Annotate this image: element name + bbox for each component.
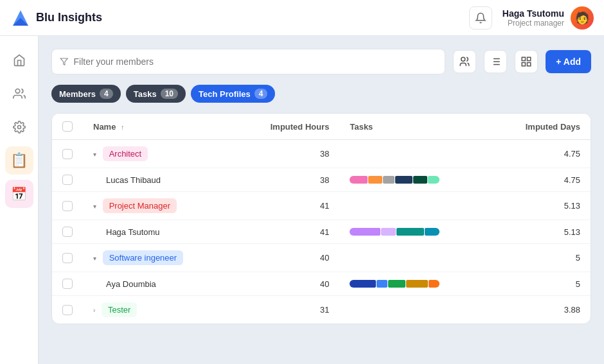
svg-rect-13: [528, 57, 531, 60]
group-name-architect: ▾ Architect: [83, 140, 232, 168]
topbar-right: Haga Tsutomu Project manager 🧑: [469, 6, 594, 30]
notification-bell[interactable]: [469, 6, 492, 30]
app-title: Blu Insights: [36, 11, 102, 24]
sidebar-item-calendar[interactable]: 📅: [5, 180, 33, 208]
bar-seg: [413, 176, 427, 184]
tab-tasks-label: Tasks: [134, 89, 157, 99]
row-checkbox[interactable]: [62, 305, 73, 315]
bar-seg: [368, 176, 382, 184]
role-badge-software: Software ingeneer: [103, 250, 184, 265]
col-name-label: Name: [93, 122, 116, 132]
table-row: Haga Tsutomu 41 5.13: [52, 220, 591, 244]
grid-icon: [520, 56, 532, 67]
grid-view-btn[interactable]: [515, 50, 538, 73]
filter-input[interactable]: [73, 56, 437, 67]
bar-seg: [350, 176, 367, 184]
bar-seg: [383, 176, 395, 184]
tab-tech-profiles[interactable]: Tech Profiles 4: [191, 85, 275, 103]
bar-seg: [428, 176, 440, 184]
logo-area: Blu Insights: [10, 8, 469, 28]
table-row: ▾ Software ingeneer 40 5: [52, 244, 591, 272]
bar-seg: [350, 280, 375, 288]
member-name-lucas: Lucas Thibaud: [83, 168, 232, 192]
col-hours: Imputed Hours: [232, 114, 339, 140]
sort-arrow-icon[interactable]: ↑: [121, 123, 125, 131]
table-row: › Tester 31 3.88: [52, 296, 591, 324]
architect-days: 4.75: [489, 140, 591, 168]
filter-input-wrapper[interactable]: [51, 49, 445, 74]
row-checkbox-col: [52, 140, 83, 168]
svg-rect-15: [522, 63, 525, 66]
pm-hours: 41: [232, 192, 339, 220]
bar-seg: [429, 280, 440, 288]
aya-days: 5: [489, 272, 591, 296]
group-view-btn[interactable]: [453, 50, 476, 73]
chevron-tester[interactable]: ›: [93, 307, 95, 314]
row-checkbox-col: [52, 296, 83, 324]
row-checkbox-col: [52, 220, 83, 244]
bar-seg: [350, 228, 380, 236]
table-row: Lucas Thibaud 38 4: [52, 168, 591, 192]
col-days: Imputed Days: [489, 114, 591, 140]
list-view-btn[interactable]: [484, 50, 507, 73]
table-row: ▾ Architect 38 4.75: [52, 140, 591, 168]
svg-rect-12: [522, 57, 525, 60]
row-checkbox[interactable]: [62, 279, 73, 289]
lucas-hours: 38: [232, 168, 339, 192]
bar-seg: [388, 280, 405, 288]
chevron-software[interactable]: ▾: [93, 255, 96, 262]
tab-tasks[interactable]: Tasks 10: [126, 85, 186, 103]
row-checkbox-col: [52, 272, 83, 296]
software-tasks-bar: [339, 244, 488, 272]
add-button[interactable]: + Add: [546, 50, 591, 73]
svg-point-3: [17, 126, 21, 129]
tab-tasks-count: 10: [161, 89, 178, 99]
architect-hours: 38: [232, 140, 339, 168]
group-icon: [459, 56, 470, 67]
sidebar: 📋 📅: [0, 36, 39, 364]
bar-seg: [425, 228, 440, 236]
chevron-pm[interactable]: ▾: [93, 203, 96, 210]
row-checkbox[interactable]: [62, 149, 73, 159]
lucas-days: 4.75: [489, 168, 591, 192]
software-days: 5: [489, 244, 591, 272]
row-checkbox[interactable]: [62, 201, 73, 211]
row-checkbox-col: [52, 168, 83, 192]
member-name-haga: Haga Tsutomu: [83, 220, 232, 244]
row-checkbox[interactable]: [62, 253, 73, 263]
svg-rect-14: [528, 63, 531, 66]
row-checkbox-col: [52, 244, 83, 272]
tab-members[interactable]: Members 4: [51, 85, 121, 103]
sidebar-item-home[interactable]: [5, 46, 33, 74]
filter-bar: + Add: [51, 49, 591, 74]
sidebar-item-team[interactable]: [5, 80, 33, 108]
architect-tasks-bar: [339, 140, 488, 168]
role-badge-tester: Tester: [102, 302, 137, 317]
tabs-bar: Members 4 Tasks 10 Tech Profiles 4: [51, 85, 591, 103]
haga-hours: 41: [232, 220, 339, 244]
aya-hours: 40: [232, 272, 339, 296]
bar-seg: [406, 280, 427, 288]
col-checkbox: [52, 114, 83, 140]
row-checkbox[interactable]: [62, 227, 73, 237]
topbar: Blu Insights Haga Tsutomu Project manage…: [0, 0, 604, 36]
main-content: + Add Members 4 Tasks 10 Tech Profiles 4: [39, 36, 604, 364]
tester-hours: 31: [232, 296, 339, 324]
user-name: Haga Tsutomu: [502, 8, 564, 19]
sidebar-item-tasks[interactable]: 📋: [5, 146, 33, 175]
tab-tech-label: Tech Profiles: [199, 89, 251, 99]
tab-members-label: Members: [59, 89, 96, 99]
bar-seg: [377, 280, 388, 288]
user-info[interactable]: Haga Tsutomu Project manager 🧑: [502, 6, 594, 30]
avatar: 🧑: [571, 6, 594, 30]
lucas-tasks-bar: [339, 168, 488, 192]
sidebar-item-settings[interactable]: [5, 113, 33, 141]
chevron-architect[interactable]: ▾: [93, 151, 96, 158]
pm-days: 5.13: [489, 192, 591, 220]
row-checkbox[interactable]: [62, 175, 73, 185]
aya-bar: [350, 280, 440, 288]
list-icon: [490, 56, 501, 67]
header-checkbox[interactable]: [62, 121, 73, 132]
tester-days: 3.88: [489, 296, 591, 324]
table-row: Aya Doumbia 40 5: [52, 272, 591, 296]
